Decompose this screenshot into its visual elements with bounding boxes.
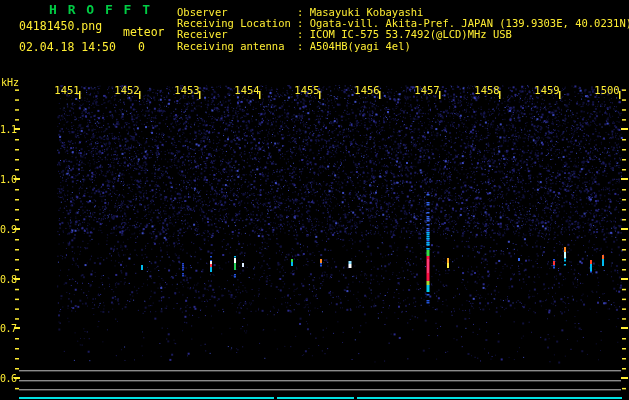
info-value: : ICOM IC-575 53.7492(@LCD)MHz USB [297, 28, 512, 40]
observation-mode: meteor [123, 25, 165, 39]
station-info-row-3: Receiving antenna: A504HB(yagi 4el) [177, 41, 629, 52]
info-value: : Ogata-vill. Akita-Pref. JAPAN (139.930… [297, 17, 629, 29]
info-value: : Masayuki Kobayashi [297, 6, 423, 18]
hrofft-screen: H R O F F T 04181450.png meteor 02.04.18… [0, 0, 629, 400]
freq-tick-label: 1.0 [0, 174, 17, 185]
station-info-block: Observer: Masayuki KobayashiReceiving Lo… [177, 7, 629, 52]
meteor-count: 0 [138, 40, 145, 54]
info-value: : A504HB(yagi 4el) [297, 40, 411, 52]
time-tick-label: 1456 [354, 84, 379, 96]
time-tick-label: 1500 [594, 84, 619, 96]
time-tick-label: 1454 [234, 84, 259, 96]
time-tick-label: 1455 [294, 84, 319, 96]
info-label: Receiving antenna [177, 41, 297, 52]
freq-tick-label: 0.7 [0, 323, 17, 334]
freq-tick-label: 0.9 [0, 224, 17, 235]
output-filename: 04181450.png [19, 19, 102, 33]
app-title: H R O F F T [49, 2, 152, 17]
time-tick-label: 1459 [534, 84, 559, 96]
freq-tick-label: 0.6 [0, 373, 17, 384]
time-tick-label: 1451 [54, 84, 79, 96]
time-tick-label: 1458 [474, 84, 499, 96]
freq-tick-label: 1.1 [0, 124, 17, 135]
spectrogram-canvas [0, 0, 629, 400]
y-axis-unit-label: kHz [1, 77, 19, 88]
time-tick-label: 1452 [114, 84, 139, 96]
time-tick-label: 1457 [414, 84, 439, 96]
time-tick-label: 1453 [174, 84, 199, 96]
info-label: Receiver [177, 29, 297, 40]
freq-tick-label: 0.8 [0, 274, 17, 285]
date-time: 02.04.18 14:50 [19, 40, 116, 54]
